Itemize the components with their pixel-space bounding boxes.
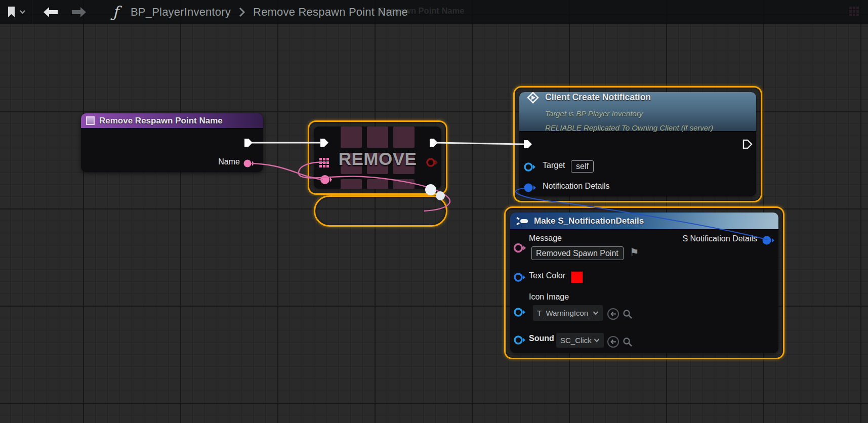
chevron-down-icon — [594, 338, 600, 343]
text-color-swatch[interactable] — [571, 271, 583, 283]
sound-value: SC_Click — [560, 336, 592, 345]
name-pin-label: Name — [218, 157, 240, 166]
message-input-pin[interactable] — [513, 242, 526, 253]
notification-details-input-pin[interactable] — [523, 183, 536, 193]
back-button[interactable] — [36, 0, 65, 24]
sound-label: Sound — [529, 334, 554, 343]
node-event-header: Remove Respawn Point Name — [81, 113, 263, 129]
sound-input-pin[interactable] — [513, 335, 526, 345]
text-color-input-pin[interactable] — [513, 272, 526, 282]
return-bool-pin[interactable] — [426, 157, 439, 167]
breadcrumb-current[interactable]: Remove Respawn Point Name — [253, 6, 408, 19]
chevron-down-icon — [593, 311, 599, 315]
browse-asset-button[interactable] — [622, 336, 633, 348]
struct-output-label: S Notification Details — [682, 234, 757, 243]
use-selected-asset-button[interactable] — [607, 308, 619, 320]
node-title: Remove Respawn Point Name — [99, 116, 223, 126]
blueprint-editor: ƒ BP_PlayerInventory Remove Respawn Poin… — [0, 0, 868, 423]
message-text-field[interactable]: Removed Spawn Point — [531, 246, 624, 260]
message-label: Message — [529, 234, 562, 243]
magnifier-icon — [623, 337, 633, 347]
icon-image-input-pin[interactable] — [513, 307, 526, 317]
browse-asset-button[interactable] — [622, 308, 633, 320]
magnifier-icon — [623, 309, 633, 319]
text-localization-flag-icon[interactable]: ⚑ — [630, 246, 639, 259]
target-self-value: self — [571, 160, 594, 173]
node-remove-respawn-point-name[interactable]: Remove Respawn Point Name Name — [81, 113, 263, 172]
icon-image-dropdown[interactable]: T_WarningIcon_ — [532, 305, 603, 321]
sound-dropdown[interactable]: SC_Click — [556, 332, 604, 348]
text-color-label: Text Color — [529, 271, 565, 280]
target-pin-label: Target — [543, 161, 565, 170]
target-input-pin[interactable] — [523, 162, 536, 172]
bookmark-button[interactable] — [0, 0, 32, 24]
arrow-right-icon — [70, 6, 88, 18]
function-icon: ƒ — [100, 3, 131, 21]
exec-output-pin[interactable] — [742, 139, 753, 150]
notification-details-label: Notification Details — [543, 182, 610, 191]
chevron-down-icon — [19, 10, 26, 15]
struct-output-pin[interactable] — [762, 235, 775, 245]
breadcrumb-parent[interactable]: BP_PlayerInventory — [131, 6, 231, 19]
icon-image-value: T_WarningIcon_ — [537, 309, 593, 317]
bookmark-icon — [6, 6, 17, 19]
icon-image-label: Icon Image — [529, 292, 569, 302]
forward-button[interactable] — [65, 0, 93, 24]
breadcrumb-separator-icon — [238, 7, 246, 18]
arrow-left-icon — [42, 6, 59, 18]
use-selected-asset-button[interactable] — [607, 336, 619, 348]
graph-toolbar: ƒ BP_PlayerInventory Remove Respawn Poin… — [0, 0, 868, 24]
event-node-icon — [86, 116, 95, 125]
